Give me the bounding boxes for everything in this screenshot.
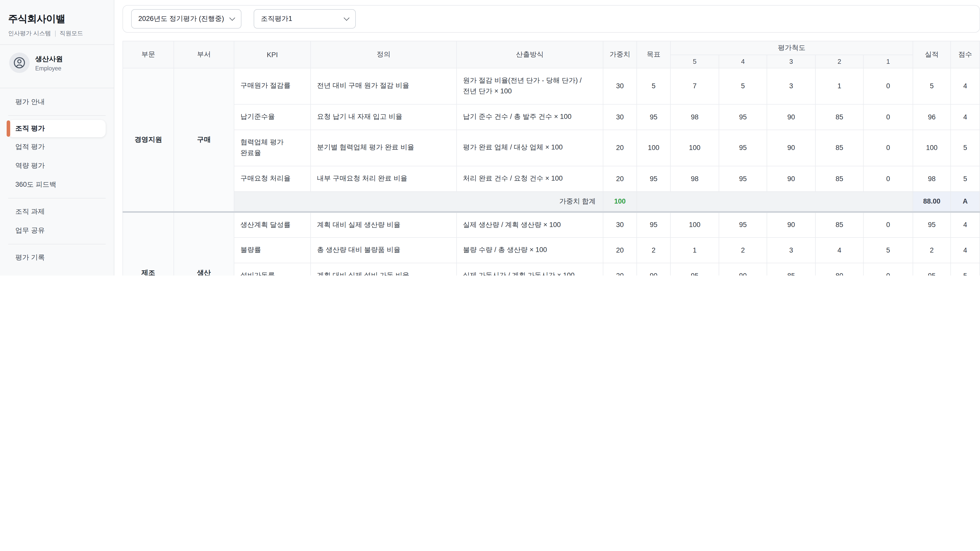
kpi-formula-cell: 실제 생산량 / 계획 생산량 × 100 <box>457 212 603 238</box>
kpi-formula-cell: 납기 준수 건수 / 총 발주 건수 × 100 <box>457 104 603 130</box>
target-cell: 95 <box>637 212 670 238</box>
kpi-row: 불량률총 생산량 대비 불량품 비율불량 수량 / 총 생산량 × 100202… <box>123 238 980 263</box>
actual-cell: 5 <box>913 68 951 104</box>
nav-divider <box>8 115 106 116</box>
kpi-formula-cell: 평가 완료 업체 / 대상 업체 × 100 <box>457 130 603 166</box>
scale-5-cell: 98 <box>670 166 719 191</box>
target-cell: 5 <box>637 68 670 104</box>
scale-2-cell: 85 <box>815 166 863 191</box>
kpi-name-cell: 설비가동률 <box>234 263 310 275</box>
weight-cell: 20 <box>603 166 637 191</box>
sidebar-nav: 평가 안내 조직 평가 업적 평가 역량 평가 360도 피드백 조직 과제 업… <box>8 88 106 267</box>
chevron-down-icon <box>229 15 235 21</box>
target-cell: 95 <box>637 166 670 191</box>
kpi-formula-cell: 불량 수량 / 총 생산량 × 100 <box>457 238 603 263</box>
scale-1-cell: 0 <box>863 104 913 130</box>
kpi-definition-cell: 분기별 협력업체 평가 완료 비율 <box>310 130 457 166</box>
scale-5-cell: 98 <box>670 104 719 130</box>
kpi-name-cell: 생산계획 달성률 <box>234 212 310 238</box>
division-cell: 제조 <box>123 212 174 275</box>
score-cell: 4 <box>951 104 980 130</box>
kpi-definition-cell: 총 생산량 대비 불량품 비율 <box>310 238 457 263</box>
scale-4-cell: 95 <box>719 212 767 238</box>
kpi-name-cell: 불량률 <box>234 238 310 263</box>
weight-cell: 20 <box>603 130 637 166</box>
actual-total-value: 88.00 <box>913 191 951 212</box>
kpi-definition-cell: 내부 구매요청 처리 완료 비율 <box>310 166 457 191</box>
scale-3-cell: 85 <box>767 263 815 275</box>
scale-4-cell: 2 <box>719 238 767 263</box>
period-select[interactable]: 2026년도 정기평가 (진행중) <box>131 9 242 29</box>
scale-2-cell: 4 <box>815 238 863 263</box>
scale-1-cell: 0 <box>863 263 913 275</box>
kpi-row: 제조생산생산계획 달성률계획 대비 실제 생산량 비율실제 생산량 / 계획 생… <box>123 212 980 238</box>
division-cell: 경영지원 <box>123 68 174 212</box>
sidebar-item-360-feedback[interactable]: 360도 피드백 <box>8 176 106 194</box>
header-target: 목표 <box>637 41 670 68</box>
sidebar-item-eval-guide[interactable]: 평가 안내 <box>8 93 106 111</box>
header-weight: 가중치 <box>603 41 637 68</box>
scale-4-cell: 5 <box>719 68 767 104</box>
score-cell: 4 <box>951 238 980 263</box>
kpi-row: 구매요청 처리율내부 구매요청 처리 완료 비율처리 완료 건수 / 요청 건수… <box>123 166 980 191</box>
score-cell: 4 <box>951 212 980 238</box>
target-cell: 100 <box>637 130 670 166</box>
weight-cell: 20 <box>603 238 637 263</box>
scale-5-cell: 100 <box>670 130 719 166</box>
actual-cell: 2 <box>913 238 951 263</box>
header-scale-group: 평가척도 <box>670 41 913 55</box>
actual-cell: 95 <box>913 212 951 238</box>
weight-cell: 30 <box>603 68 637 104</box>
scale-3-cell: 90 <box>767 166 815 191</box>
scale-4-cell: 95 <box>719 130 767 166</box>
scale-4-cell: 95 <box>719 104 767 130</box>
kpi-formula-cell: 실제 가동시간 / 계획 가동시간 × 100 <box>457 263 603 275</box>
scale-5-cell: 1 <box>670 238 719 263</box>
kpi-row: 협력업체 평가 완료율분기별 협력업체 평가 완료 비율평가 완료 업체 / 대… <box>123 130 980 166</box>
user-icon <box>13 56 26 69</box>
header-definition: 정의 <box>310 41 457 68</box>
actual-cell: 95 <box>913 263 951 275</box>
company-name: 주식회사이밸 <box>8 12 106 25</box>
kpi-table-header: 부문 부서 KPI 정의 산출방식 가중치 목표 평가척도 실적 점수 5 4 <box>123 41 980 68</box>
scale-5-cell: 100 <box>670 212 719 238</box>
actual-cell: 96 <box>913 104 951 130</box>
scale-2-cell: 85 <box>815 130 863 166</box>
tagline-mode: 직원모드 <box>59 30 83 37</box>
toolbar: 2026년도 정기평가 (진행중) 조직평가1 <box>123 5 980 33</box>
user-name: 생산사원 <box>35 54 63 64</box>
kpi-formula-cell: 처리 완료 건수 / 요청 건수 × 100 <box>457 166 603 191</box>
scale-2-cell: 85 <box>815 104 863 130</box>
tagline-separator <box>55 30 56 37</box>
scale-1-cell: 0 <box>863 130 913 166</box>
scale-2-cell: 1 <box>815 68 863 104</box>
header-scale-1: 1 <box>863 55 913 68</box>
user-info: 생산사원 Employee <box>35 54 63 71</box>
header-department: 부서 <box>174 41 234 68</box>
sidebar-item-competency-eval[interactable]: 역량 평가 <box>8 157 106 175</box>
scale-3-cell: 90 <box>767 212 815 238</box>
kpi-row: 설비가동률계획 대비 실제 설비 가동 비율실제 가동시간 / 계획 가동시간 … <box>123 263 980 275</box>
score-cell: 5 <box>951 130 980 166</box>
sidebar-item-org-tasks[interactable]: 조직 과제 <box>8 203 106 221</box>
scale-5-cell: 7 <box>670 68 719 104</box>
kpi-definition-cell: 전년 대비 구매 원가 절감 비율 <box>310 68 457 104</box>
sidebar-item-org-eval[interactable]: 조직 평가 <box>8 120 106 137</box>
score-cell: 5 <box>951 263 980 275</box>
kpi-row: 경영지원구매구매원가 절감률전년 대비 구매 원가 절감 비율원가 절감 비율(… <box>123 68 980 104</box>
user-profile: 생산사원 Employee <box>8 45 106 81</box>
target-cell: 90 <box>637 263 670 275</box>
kpi-table-wrap: 부문 부서 KPI 정의 산출방식 가중치 목표 평가척도 실적 점수 5 4 <box>123 41 980 275</box>
kpi-table-body: 경영지원구매구매원가 절감률전년 대비 구매 원가 절감 비율원가 절감 비율(… <box>123 68 980 275</box>
sidebar-item-work-share[interactable]: 업무 공유 <box>8 221 106 240</box>
sheet-select[interactable]: 조직평가1 <box>254 9 356 29</box>
sidebar-item-performance-eval[interactable]: 업적 평가 <box>8 138 106 156</box>
scale-1-cell: 0 <box>863 212 913 238</box>
scale-3-cell: 3 <box>767 68 815 104</box>
header-division: 부문 <box>123 41 174 68</box>
nav-divider <box>8 198 106 198</box>
kpi-name-cell: 구매원가 절감률 <box>234 68 310 104</box>
sidebar-item-eval-records[interactable]: 평가 기록 <box>8 248 106 267</box>
summary-empty-cell <box>637 191 913 212</box>
scale-5-cell: 95 <box>670 263 719 275</box>
